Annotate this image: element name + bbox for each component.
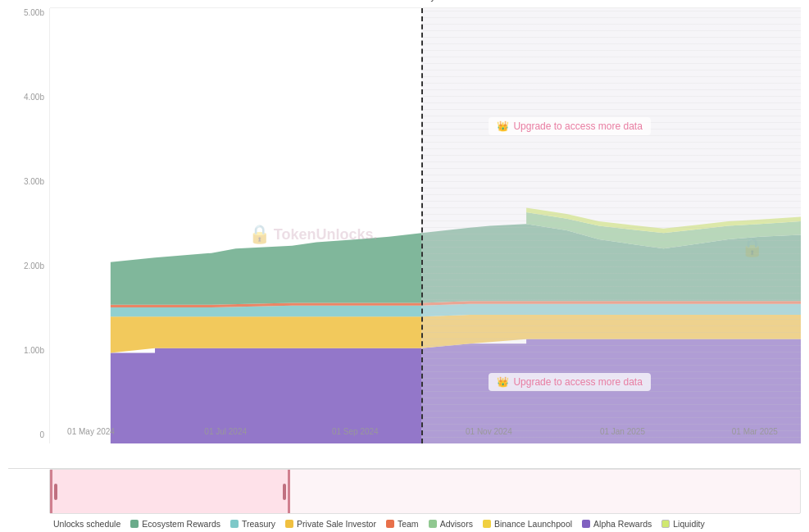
upgrade-banner-top[interactable]: 👑 Upgrade to access more data bbox=[489, 117, 650, 135]
today-label: Today bbox=[411, 0, 435, 2]
legend-dot-binance bbox=[483, 520, 491, 528]
legend-item-liquidity: Liquidity bbox=[661, 519, 705, 529]
legend-dot-private-sale bbox=[285, 520, 293, 528]
chart-wrapper: 0 1.00b 2.00b 3.00b 4.00b 5.00b Chart in… bbox=[0, 0, 809, 532]
upgrade-text-top: Upgrade to access more data bbox=[513, 120, 642, 132]
legend-label-ecosystem: Ecosystem Rewards bbox=[142, 519, 220, 529]
y-label-1: 1.00b bbox=[8, 346, 49, 355]
legend-label-liquidity: Liquidity bbox=[673, 519, 705, 529]
minimap-handle-left[interactable] bbox=[54, 484, 57, 500]
watermark: 🔒 TokenUnlocks. bbox=[248, 224, 378, 245]
minimap[interactable] bbox=[49, 469, 801, 514]
legend-item-alpha: Alpha Rewards bbox=[582, 519, 652, 529]
upgrade-text-bottom: Upgrade to access more data bbox=[513, 376, 642, 388]
x-label-1: 01 May 2024 bbox=[67, 427, 115, 436]
chart-area: 0 1.00b 2.00b 3.00b 4.00b 5.00b Chart in… bbox=[8, 8, 801, 469]
y-label-5: 5.00b bbox=[8, 8, 49, 17]
legend-dot-ecosystem bbox=[130, 520, 139, 528]
x-axis: 01 May 2024 01 Jul 2024 01 Sep 2024 01 N… bbox=[91, 419, 801, 443]
x-label-6: 01 Mar 2025 bbox=[732, 427, 778, 436]
chart-inner: Chart in UTC + 00:00 Time bbox=[49, 8, 801, 443]
legend-item-private-sale: Private Sale Investor bbox=[285, 519, 376, 529]
y-axis: 0 1.00b 2.00b 3.00b 4.00b 5.00b bbox=[8, 8, 49, 443]
x-label-4: 01 Nov 2024 bbox=[466, 427, 512, 436]
minimap-handle[interactable] bbox=[50, 470, 290, 513]
legend-dot-treasury bbox=[230, 520, 239, 528]
legend-item-ecosystem: Ecosystem Rewards bbox=[130, 519, 220, 529]
minimap-handle-right[interactable] bbox=[283, 484, 286, 500]
y-label-4: 4.00b bbox=[8, 93, 49, 102]
x-label-2: 01 Jul 2024 bbox=[204, 427, 247, 436]
crown-icon-bottom: 👑 bbox=[497, 376, 509, 388]
lock-icon-right: 🔒 bbox=[741, 237, 763, 258]
y-label-3: 3.00b bbox=[8, 177, 49, 186]
legend-label-advisors: Advisors bbox=[440, 519, 473, 529]
watermark-right: 🔒 bbox=[741, 237, 763, 258]
x-label-3: 01 Sep 2024 bbox=[332, 427, 379, 436]
legend-item-team: Team bbox=[386, 519, 419, 529]
legend-label-binance: Binance Launchpool bbox=[494, 519, 572, 529]
legend-dot-advisors bbox=[429, 520, 437, 528]
legend-dot-liquidity bbox=[661, 520, 670, 528]
unlock-schedule-label: Unlocks schedule bbox=[53, 519, 120, 529]
legend-item-binance: Binance Launchpool bbox=[483, 519, 572, 529]
legend-item-advisors: Advisors bbox=[429, 519, 473, 529]
y-label-0: 0 bbox=[8, 430, 49, 439]
upgrade-banner-bottom[interactable]: 👑 Upgrade to access more data bbox=[489, 373, 650, 391]
legend-label-treasury: Treasury bbox=[242, 519, 275, 529]
legend-label-alpha: Alpha Rewards bbox=[593, 519, 652, 529]
y-label-2: 2.00b bbox=[8, 261, 49, 271]
legend-bar: Unlocks schedule Ecosystem Rewards Treas… bbox=[8, 514, 801, 532]
legend-label-team: Team bbox=[398, 519, 419, 529]
legend-item-treasury: Treasury bbox=[230, 519, 275, 529]
lock-icon-center: 🔒 bbox=[248, 224, 270, 245]
watermark-text: TokenUnlocks. bbox=[274, 226, 378, 243]
x-label-5: 01 Jan 2025 bbox=[600, 427, 645, 436]
legend-dot-alpha bbox=[582, 520, 590, 528]
legend-dot-team bbox=[386, 520, 394, 528]
today-line: Today bbox=[421, 8, 423, 443]
legend-label-private-sale: Private Sale Investor bbox=[297, 519, 376, 529]
crown-icon-top: 👑 bbox=[497, 120, 509, 132]
